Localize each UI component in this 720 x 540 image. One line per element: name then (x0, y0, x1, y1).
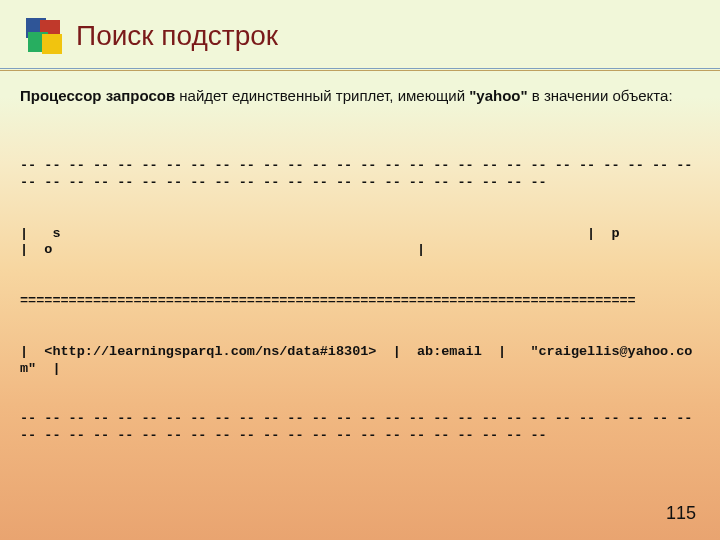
result-table: -- -- -- -- -- -- -- -- -- -- -- -- -- -… (20, 124, 700, 478)
slide-title: Поиск подстрок (76, 20, 278, 52)
slide-body: Процессор запросов найдет единственный т… (20, 86, 700, 479)
intro-tail: в значении объекта: (528, 87, 673, 104)
table-border-bottom: -- -- -- -- -- -- -- -- -- -- -- -- -- -… (20, 411, 700, 445)
table-data-row: | <http://learningsparql.com/ns/data#i83… (20, 344, 700, 378)
logo-icon (26, 18, 62, 54)
table-border-top: -- -- -- -- -- -- -- -- -- -- -- -- -- -… (20, 158, 700, 192)
intro-lead: Процессор запросов (20, 87, 175, 104)
table-separator: ========================================… (20, 293, 700, 310)
intro-bold-yahoo: "yahoo" (469, 87, 527, 104)
title-row: Поиск подстрок (26, 18, 278, 54)
intro-text: Процессор запросов найдет единственный т… (20, 86, 700, 106)
table-header-row: | s | p | o | (20, 226, 700, 260)
page-number: 115 (666, 503, 696, 524)
intro-rest: найдет единственный триплет, имеющий (175, 87, 469, 104)
title-divider-2 (0, 70, 720, 71)
slide: Поиск подстрок Процессор запросов найдет… (0, 0, 720, 540)
title-divider-1 (0, 68, 720, 69)
